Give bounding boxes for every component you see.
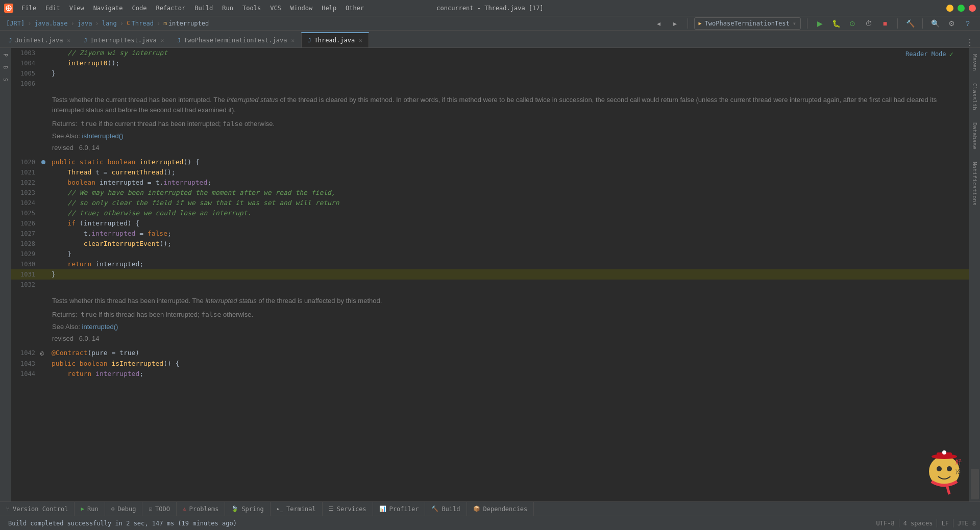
code-line-1003: 1003 // Ziyorm wi sy interrupt: [11, 48, 969, 58]
menu-file[interactable]: File: [17, 4, 40, 13]
see-also-link-2[interactable]: interrupted(): [82, 323, 118, 331]
sidebar-project-icon[interactable]: P: [1, 50, 11, 60]
line-ending-info[interactable]: LF: [941, 520, 948, 527]
terminal-icon: ▸_: [277, 506, 283, 512]
tab-interrupttest[interactable]: J InterruptTest.java ✕: [77, 32, 170, 47]
menu-vcs[interactable]: VCS: [266, 4, 285, 13]
sidebar-bookmark-icon[interactable]: B: [1, 62, 11, 72]
see-also-link-1[interactable]: isInterrupted(): [82, 132, 124, 140]
stop-button[interactable]: ■: [879, 17, 891, 30]
sidebar-maven-label[interactable]: Maven: [970, 50, 979, 75]
sidebar-notifications-label[interactable]: Notifications: [970, 158, 979, 210]
java-icon-1: J: [9, 37, 12, 44]
menu-help[interactable]: Help: [317, 4, 340, 13]
bottom-tab-version-control[interactable]: ⑂ Version Control: [0, 502, 75, 516]
services-icon: ☰: [329, 506, 334, 512]
indent-info[interactable]: 4 spaces: [903, 520, 933, 527]
todo-icon: ☑: [149, 506, 152, 512]
sidebar-structure-icon[interactable]: S: [1, 74, 11, 85]
settings-button[interactable]: ⚙: [945, 17, 958, 30]
build-tab-icon: 🔨: [431, 506, 438, 512]
run-button[interactable]: ▶: [814, 17, 826, 30]
menu-view[interactable]: View: [65, 4, 88, 13]
tab-close-1[interactable]: ✕: [67, 37, 71, 44]
dependencies-icon: 📦: [473, 506, 480, 512]
bottom-tab-debug[interactable]: ⚙ Debug: [105, 502, 143, 516]
menu-code[interactable]: Code: [128, 4, 151, 13]
minimize-button[interactable]: −: [946, 5, 953, 12]
main-area: P B S Reader Mode ✓ 1003 // Ziyorm wi sy…: [0, 48, 980, 501]
tab-close-3[interactable]: ✕: [291, 37, 295, 44]
tab-close-4[interactable]: ✕: [359, 37, 362, 44]
menu-build[interactable]: Build: [190, 4, 217, 13]
breadcrumb-jrt[interactable]: [JRT]: [6, 20, 24, 27]
bottom-tab-services[interactable]: ☰ Services: [323, 502, 373, 516]
menu-other[interactable]: Other: [341, 4, 368, 13]
encoding-info[interactable]: UTF-8: [876, 520, 895, 527]
menu-run[interactable]: Run: [218, 4, 237, 13]
tab-thread[interactable]: J Thread.java ✕: [301, 32, 369, 47]
code-line-1027: 1027 t.interrupted = false;: [11, 229, 969, 239]
method-icon: m: [163, 20, 167, 27]
breadcrumb-lang[interactable]: lang: [102, 20, 117, 27]
debug-icon: ⚙: [111, 506, 115, 512]
menu-refactor[interactable]: Refactor: [152, 4, 189, 13]
code-scroll[interactable]: Reader Mode ✓ 1003 // Ziyorm wi sy inter…: [11, 48, 969, 501]
code-line-1044: 1044 return interrupted;: [11, 369, 969, 379]
help-button[interactable]: ?: [962, 17, 974, 30]
tabs-more-button[interactable]: ⋮: [962, 38, 978, 47]
app-icon: [4, 4, 13, 13]
menu-edit[interactable]: Edit: [41, 4, 64, 13]
code-line-1026: 1026 if (interrupted) {: [11, 218, 969, 229]
profile-button[interactable]: ⏱: [863, 17, 875, 30]
menu-window[interactable]: Window: [286, 4, 316, 13]
build-status-message: Build completed successfully in 2 sec, 1…: [4, 520, 241, 527]
window-controls: − □ ✕: [946, 5, 976, 12]
breadcrumb-thread[interactable]: Thread: [132, 20, 154, 27]
javadoc-block-1: Tests whether the current thread has bee…: [11, 89, 969, 157]
bottom-tab-run[interactable]: ▶ Run: [75, 502, 105, 516]
search-button[interactable]: 🔍: [929, 17, 941, 30]
menu-tools[interactable]: Tools: [238, 4, 265, 13]
close-button[interactable]: ✕: [969, 5, 976, 12]
tab-close-2[interactable]: ✕: [161, 37, 164, 44]
tab-jointest[interactable]: J JoinTest.java ✕: [2, 32, 77, 47]
bottom-tab-profiler[interactable]: 📊 Profiler: [373, 502, 426, 516]
sidebar-classlib-label[interactable]: Classlib: [970, 79, 979, 114]
bottom-tab-todo[interactable]: ☑ TODO: [142, 502, 177, 516]
breadcrumb-javabase[interactable]: java.base: [34, 20, 67, 27]
sidebar-collapse-handle[interactable]: [971, 469, 979, 499]
maximize-button[interactable]: □: [958, 5, 965, 12]
debug-button[interactable]: 🐛: [830, 17, 842, 30]
breadcrumb-java[interactable]: java: [78, 20, 92, 27]
bottom-tab-terminal[interactable]: ▸_ Terminal: [271, 502, 323, 516]
bottom-tab-dependencies[interactable]: 📦 Dependencies: [467, 502, 534, 516]
code-line-1029: 1029 }: [11, 249, 969, 259]
checkmark-icon: ✓: [949, 50, 953, 58]
code-line-1031: 1031 }: [11, 269, 969, 280]
code-line-1024: 1024 // so only clear the field if we sa…: [11, 198, 969, 208]
build-button[interactable]: 🔨: [904, 17, 916, 30]
bottom-tab-problems[interactable]: ⚠ Problems: [177, 502, 225, 516]
code-line-1021: 1021 Thread t = currentThread();: [11, 167, 969, 178]
nav-forward-button[interactable]: ▸: [669, 17, 681, 30]
code-line-1004: 1004 interrupt0();: [11, 58, 969, 68]
problems-icon: ⚠: [183, 506, 186, 512]
run-config-dropdown[interactable]: ▶ TwoPhaseTerminationTest ▾: [694, 17, 801, 30]
sidebar-database-label[interactable]: Database: [970, 118, 979, 154]
menu-navigate[interactable]: Navigate: [89, 4, 127, 13]
java-icon-2: J: [84, 37, 87, 44]
code-line-1028: 1028 clearInterruptEvent();: [11, 239, 969, 249]
bottom-tab-build[interactable]: 🔨 Build: [425, 502, 467, 516]
toolbar-sep-4: [922, 18, 923, 29]
run-icon: ▶: [81, 506, 84, 512]
coverage-button[interactable]: ⊙: [846, 17, 859, 30]
bottom-tab-spring[interactable]: 🍃 Spring: [225, 502, 270, 516]
java-version-info: JTE 8: [958, 520, 976, 527]
profiler-icon: 📊: [379, 506, 386, 512]
right-sidebar: Maven Classlib Database Notifications: [969, 48, 980, 501]
tab-twophase[interactable]: J TwoPhaseTerminationTest.java ✕: [170, 32, 301, 47]
reader-mode-button[interactable]: Reader Mode ✓: [905, 50, 953, 58]
statusbar: Build completed successfully in 2 sec, 1…: [0, 516, 980, 530]
nav-back-button[interactable]: ◂: [653, 17, 665, 30]
